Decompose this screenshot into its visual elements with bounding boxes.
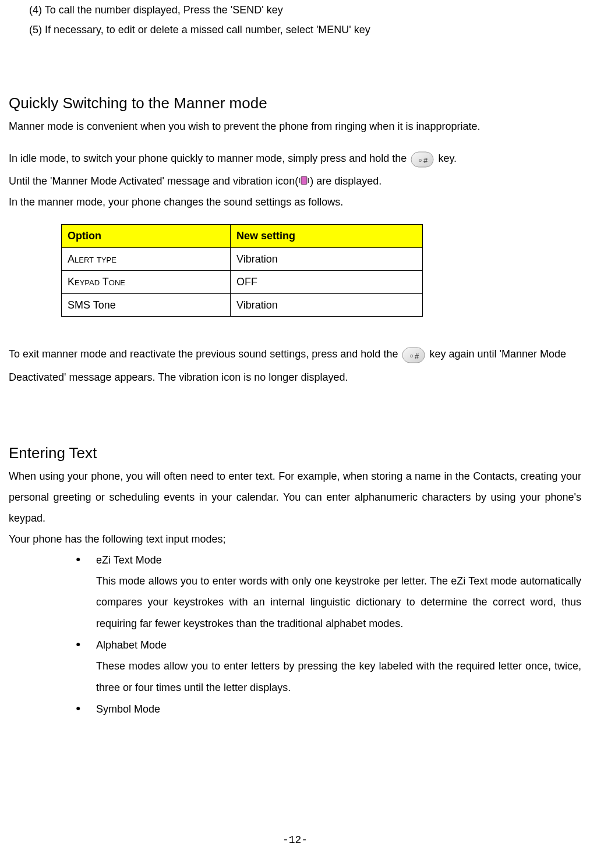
table-row: Alert type Vibration [62,247,423,271]
page-number: -12- [0,830,590,851]
hash-key-icon: o # [411,150,434,169]
hash-key-icon: o # [402,346,425,364]
table-header-setting: New setting [231,224,423,247]
svg-rect-3 [301,176,307,185]
svg-rect-6 [402,348,425,363]
vibration-icon [299,172,309,182]
table-row: SMS Tone Vibration [62,293,423,317]
list-item: eZi Text Mode This mode allows you to en… [76,550,581,635]
numbered-step-5: (5) If necessary, to edit or delete a mi… [29,20,581,40]
table-cell-option: Alert type [62,247,231,271]
manner-mode-intro: Manner mode is convenient when you wish … [9,116,581,137]
text-segment: Until the 'Manner Mode Activated' messag… [9,175,298,187]
manner-mode-exit: To exit manner mode and reactivate the p… [9,343,581,389]
table-cell-option: Keypad Tone [62,271,231,294]
table-header-row: Option New setting [62,224,423,247]
list-item-title: eZi Text Mode [96,550,581,571]
text-segment: ) are displayed. [310,175,381,187]
svg-text:#: # [423,156,428,165]
heading-entering-text: Entering Text [9,442,581,465]
text-modes-list: eZi Text Mode This mode allows you to en… [76,550,581,720]
list-item: Alphabet Mode These modes allow you to e… [76,635,581,699]
list-item-title: Symbol Mode [96,699,581,720]
table-cell-setting: Vibration [231,247,423,271]
manner-mode-settings-intro: In the manner mode, your phone changes t… [9,192,581,212]
text-segment: key. [438,153,457,164]
table-row: Keypad Tone OFF [62,271,423,294]
table-header-option: Option [62,224,231,247]
list-item-desc: This mode allows you to enter words with… [96,571,581,635]
svg-text:o: o [410,353,413,359]
svg-text:o: o [419,157,422,163]
table-cell-setting: OFF [231,271,423,294]
table-cell-option: SMS Tone [62,293,231,317]
text-segment: In idle mode, to switch your phone quick… [9,153,409,164]
settings-table: Option New setting Alert type Vibration … [61,224,423,317]
entering-text-intro: When using your phone, you will often ne… [9,466,581,529]
manner-mode-activate: In idle mode, to switch your phone quick… [9,147,581,171]
table-cell-setting: Vibration [231,293,423,317]
svg-rect-0 [411,152,433,167]
entering-text-modes-intro: Your phone has the following text input … [9,529,581,550]
svg-text:#: # [415,352,419,360]
list-item: Symbol Mode [76,699,581,720]
heading-manner-mode: Quickly Switching to the Manner mode [9,92,581,115]
numbered-step-4: (4) To call the number displayed, Press … [29,0,581,20]
manner-mode-confirm: Until the 'Manner Mode Activated' messag… [9,171,581,192]
text-segment: To exit manner mode and reactivate the p… [9,348,401,360]
list-item-desc: These modes allow you to enter letters b… [96,656,581,699]
list-item-title: Alphabet Mode [96,635,581,656]
